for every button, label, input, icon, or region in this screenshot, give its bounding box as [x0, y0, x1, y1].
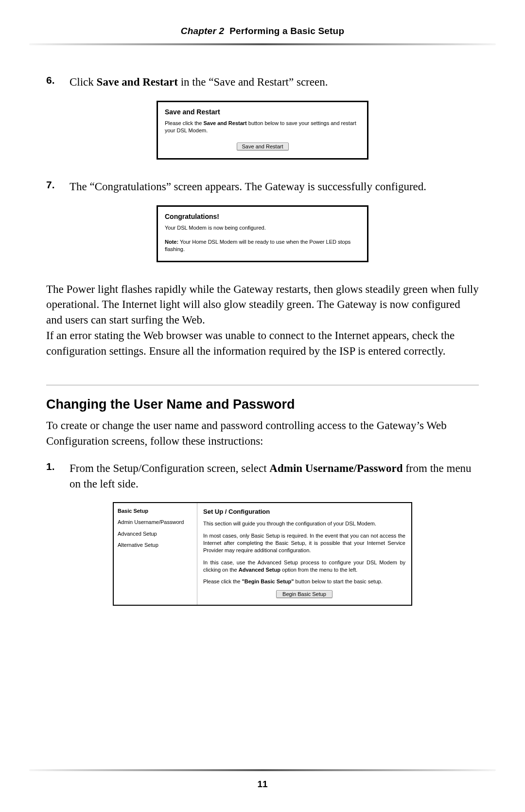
- step-1: 1. From the Setup/Configuration screen, …: [46, 461, 479, 491]
- section-heading: Changing the User Name and Password: [46, 397, 479, 412]
- step-7: 7. The “Congratulations” screen appears.…: [46, 179, 479, 195]
- save-restart-box: Save and Restart Please click the Save a…: [157, 101, 368, 160]
- config-paragraph: In most cases, only Basic Setup is requi…: [203, 532, 405, 554]
- chapter-header: Chapter 2 Performing a Basic Setup: [46, 26, 479, 43]
- step-number: 7.: [46, 179, 59, 195]
- step-number: 1.: [46, 461, 59, 491]
- paragraph: If an error stating the Web browser was …: [46, 328, 479, 359]
- chapter-title: Performing a Basic Setup: [229, 26, 344, 36]
- page-number: 11: [0, 779, 525, 790]
- menu-admin-user-pass[interactable]: Admin Username/Password: [118, 519, 193, 525]
- box-title: Save and Restart: [165, 108, 360, 116]
- step-body: The “Congratulations” screen appears. Th…: [70, 179, 479, 195]
- config-paragraph: Please click the "Begin Basic Setup" but…: [203, 578, 405, 585]
- footer-rule: [29, 769, 496, 771]
- chapter-label: Chapter 2: [181, 26, 224, 36]
- step-body: Click Save and Restart in the “Save and …: [70, 74, 479, 90]
- config-title: Set Up / Configuration: [203, 508, 405, 515]
- setup-config-box: Basic Setup Admin Username/Password Adva…: [113, 502, 412, 606]
- menu-alternative-setup[interactable]: Alternative Setup: [118, 542, 193, 548]
- step-number: 6.: [46, 74, 59, 90]
- box-note: Note: Your Home DSL Modem will be ready …: [165, 238, 360, 253]
- step-6: 6. Click Save and Restart in the “Save a…: [46, 74, 479, 90]
- box-title: Congratulations!: [165, 213, 360, 220]
- menu-advanced-setup[interactable]: Advanced Setup: [118, 531, 193, 537]
- save-restart-button[interactable]: Save and Restart: [237, 143, 289, 150]
- box-text: Please click the Save and Restart button…: [165, 120, 360, 134]
- paragraph-block: The Power light flashes rapidly while th…: [46, 282, 479, 359]
- paragraph: The Power light flashes rapidly while th…: [46, 282, 479, 328]
- begin-basic-setup-button[interactable]: Begin Basic Setup: [276, 590, 332, 598]
- config-paragraph: This section will guide you through the …: [203, 520, 405, 527]
- config-paragraph: In this case, use the Advanced Setup pro…: [203, 559, 405, 574]
- config-content: Set Up / Configuration This section will…: [197, 503, 411, 605]
- congratulations-box: Congratulations! Your DSL Modem is now b…: [157, 205, 368, 262]
- config-menu: Basic Setup Admin Username/Password Adva…: [114, 503, 197, 605]
- menu-basic-setup[interactable]: Basic Setup: [118, 508, 193, 514]
- section-intro: To create or change the user name and pa…: [46, 418, 479, 449]
- header-rule: [29, 43, 496, 45]
- box-text: Your DSL Modem is now being configured.: [165, 224, 360, 232]
- section-rule: [46, 385, 479, 385]
- step-body: From the Setup/Configuration screen, sel…: [70, 461, 479, 491]
